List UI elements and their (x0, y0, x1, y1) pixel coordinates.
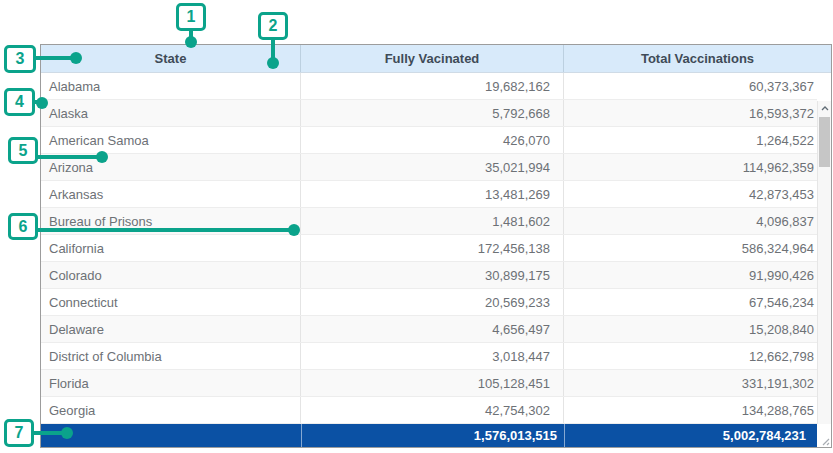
state-cell: Florida (41, 370, 301, 396)
total-cell: 134,288,765 (564, 397, 817, 423)
total-cell: 114,962,359 (564, 154, 817, 180)
table-row[interactable]: Delaware4,656,49715,208,840 (41, 316, 817, 343)
column-header-fully-vaccinated[interactable]: Fully Vacinated (301, 45, 564, 72)
fully-cell: 35,021,994 (301, 154, 564, 180)
summary-total-vaccinations-cell: 5,002,784,231 (564, 424, 817, 447)
table-row[interactable]: Bureau of Prisons1,481,6024,096,837 (41, 208, 817, 235)
state-cell: California (41, 235, 301, 261)
callout-box-5: 5 (8, 137, 38, 164)
state-cell: Georgia (41, 397, 301, 423)
vertical-scrollbar[interactable] (817, 101, 831, 424)
summary-fully-vaccinated-cell: 1,576,013,515 (301, 424, 564, 447)
state-cell: Colorado (41, 262, 301, 288)
total-cell: 1,264,522 (564, 127, 817, 153)
fully-cell: 19,682,162 (301, 73, 564, 99)
table-row[interactable]: Florida105,128,451331,191,302 (41, 370, 817, 397)
column-header-label: State (155, 51, 187, 66)
callout-box-2: 2 (258, 12, 288, 40)
total-cell: 67,546,234 (564, 289, 817, 315)
table-row[interactable]: Connecticut20,569,23367,546,234 (41, 289, 817, 316)
total-cell: 60,373,367 (564, 73, 817, 99)
callout-box-7: 7 (4, 419, 34, 447)
scroll-corner (817, 424, 831, 447)
chevron-up-icon (821, 106, 829, 111)
total-cell: 331,191,302 (564, 370, 817, 396)
page: State Fully Vacinated Total Vaccinations… (0, 0, 833, 453)
callout-number: 5 (19, 143, 28, 159)
column-header-label: Total Vaccinations (641, 51, 754, 66)
callout-box-6: 6 (8, 213, 38, 240)
table-row[interactable]: Colorado30,899,17591,990,426 (41, 262, 817, 289)
fully-cell: 5,792,668 (301, 100, 564, 126)
callout-number: 3 (16, 51, 25, 67)
attribute-table: State Fully Vacinated Total Vaccinations… (40, 44, 832, 448)
total-cell: 4,096,837 (564, 208, 817, 234)
table-row[interactable]: Arizona35,021,994114,962,359 (41, 154, 817, 181)
column-header-total-vaccinations[interactable]: Total Vaccinations (564, 45, 831, 72)
callout-number: 4 (15, 94, 24, 110)
table-row[interactable]: Arkansas13,481,26942,873,453 (41, 181, 817, 208)
state-cell: Connecticut (41, 289, 301, 315)
table-row[interactable]: American Samoa426,0701,264,522 (41, 127, 817, 154)
scroll-up-button[interactable] (818, 101, 831, 116)
fully-cell: 172,456,138 (301, 235, 564, 261)
state-cell: Bureau of Prisons (41, 208, 301, 234)
resize-handle-icon (821, 437, 830, 446)
summary-state-cell (41, 424, 301, 447)
total-cell: 42,873,453 (564, 181, 817, 207)
fully-cell: 42,754,302 (301, 397, 564, 423)
callout-number: 2 (269, 18, 278, 34)
callout-line-1 (189, 29, 193, 44)
callout-box-1: 1 (176, 3, 206, 31)
fully-cell: 4,656,497 (301, 316, 564, 342)
callout-number: 7 (15, 425, 24, 441)
table-body: Alabama19,682,16260,373,367Alaska5,792,6… (41, 73, 831, 424)
table-row[interactable]: District of Columbia3,018,44712,662,798 (41, 343, 817, 370)
table-row[interactable]: Alaska5,792,66816,593,372 (41, 100, 817, 127)
state-cell: Arkansas (41, 181, 301, 207)
state-cell: District of Columbia (41, 343, 301, 369)
total-cell: 586,324,964 (564, 235, 817, 261)
fully-cell: 3,018,447 (301, 343, 564, 369)
summary-row: 1,576,013,515 5,002,784,231 (41, 424, 817, 447)
table-row[interactable]: California172,456,138586,324,964 (41, 235, 817, 262)
state-cell: Delaware (41, 316, 301, 342)
callout-number: 6 (19, 219, 28, 235)
fully-cell: 105,128,451 (301, 370, 564, 396)
state-cell: Alaska (41, 100, 301, 126)
fully-cell: 30,899,175 (301, 262, 564, 288)
fully-cell: 13,481,269 (301, 181, 564, 207)
callout-box-3: 3 (4, 45, 36, 73)
fully-cell: 20,569,233 (301, 289, 564, 315)
table-row[interactable]: Alabama19,682,16260,373,367 (41, 73, 817, 100)
callout-box-4: 4 (4, 88, 35, 116)
state-cell: Alabama (41, 73, 301, 99)
table-header-row: State Fully Vacinated Total Vaccinations (41, 45, 831, 73)
column-header-state[interactable]: State (41, 45, 301, 72)
total-cell: 12,662,798 (564, 343, 817, 369)
state-cell: American Samoa (41, 127, 301, 153)
total-cell: 15,208,840 (564, 316, 817, 342)
state-cell: Arizona (41, 154, 301, 180)
table-row[interactable]: Georgia42,754,302134,288,765 (41, 397, 817, 424)
total-cell: 16,593,372 (564, 100, 817, 126)
fully-cell: 1,481,602 (301, 208, 564, 234)
scrollbar-thumb[interactable] (819, 117, 830, 167)
fully-cell: 426,070 (301, 127, 564, 153)
callout-number: 1 (187, 9, 196, 25)
total-cell: 91,990,426 (564, 262, 817, 288)
column-header-label: Fully Vacinated (385, 51, 480, 66)
